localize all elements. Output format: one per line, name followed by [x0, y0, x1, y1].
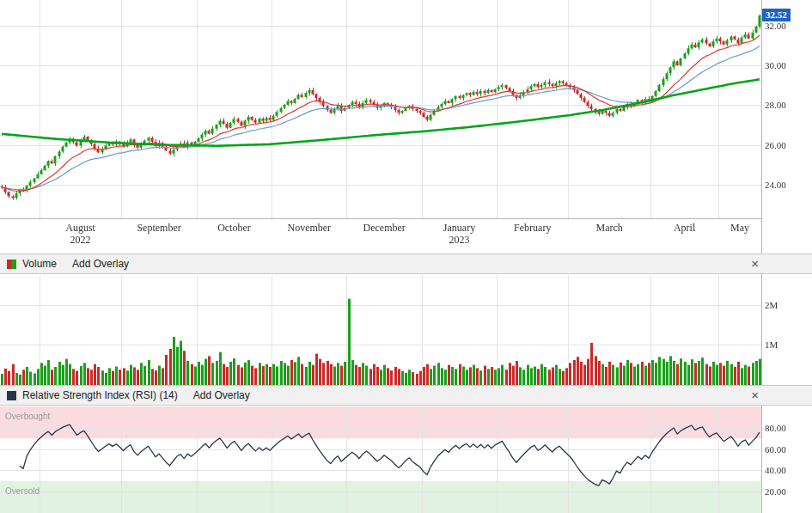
volume-add-overlay-link[interactable]: Add Overlay — [72, 258, 129, 270]
price-axis-tick: 28.00 — [765, 100, 786, 110]
rsi-axis-tick: 80.00 — [765, 423, 786, 433]
volume-panel-title: Volume — [22, 258, 57, 270]
price-axis-tick: 32.00 — [765, 21, 786, 31]
price-axis-tick: 24.00 — [765, 180, 786, 190]
price-axis-tick: 30.00 — [765, 60, 786, 70]
month-label: February — [494, 223, 571, 233]
rsi-add-overlay-link[interactable]: Add Overlay — [193, 389, 250, 401]
month-label: August — [42, 223, 119, 233]
rsi-panel-title: Relative Strength Index (RSI) (14) — [22, 389, 178, 401]
rsi-legend-icon — [7, 391, 16, 400]
volume-axis-tick: 2M — [765, 300, 778, 310]
volume-panel-header: Volume Add Overlay × — [0, 253, 812, 274]
month-label: March — [571, 223, 648, 233]
rsi-axis-tick: 20.00 — [765, 486, 786, 497]
month-label: May — [701, 223, 778, 233]
volume-axis-tick: 1M — [765, 339, 778, 350]
rsi-panel-close-button[interactable]: × — [751, 388, 759, 401]
volume-panel-close-button[interactable]: × — [751, 257, 759, 270]
year-label: 2023 — [421, 235, 498, 245]
month-label: January — [421, 223, 498, 233]
oversold-band-label: Oversold — [5, 486, 40, 496]
rsi-axis-tick: 40.00 — [765, 465, 786, 475]
overbought-band-label: Overbought — [5, 412, 50, 421]
chart-root: 32.52 Volume Add Overlay × Relative Stre… — [0, 0, 812, 513]
month-label: October — [195, 223, 272, 233]
month-label: September — [120, 223, 198, 233]
month-label: November — [271, 223, 348, 233]
rsi-axis-tick: 60.00 — [765, 444, 786, 455]
rsi-panel-header: Relative Strength Index (RSI) (14) Add O… — [0, 385, 812, 406]
last-price-badge: 32.52 — [762, 9, 791, 21]
volume-legend-icon — [7, 260, 16, 269]
month-label: December — [345, 223, 423, 233]
price-axis-tick: 26.00 — [765, 140, 786, 150]
year-label: 2022 — [42, 235, 119, 245]
